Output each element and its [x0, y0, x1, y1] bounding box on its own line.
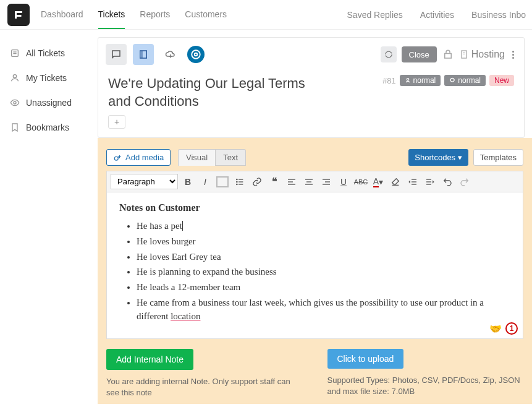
undo-button[interactable]: [440, 174, 455, 189]
note-bullet: He is planning to expand the business: [137, 265, 510, 279]
svg-rect-37: [426, 184, 431, 184]
building-icon: [459, 49, 469, 59]
quote-button[interactable]: ❝: [267, 174, 282, 189]
add-tag-button[interactable]: +: [108, 115, 125, 129]
ticket-title: We're Updating Our Legal Terms and Condi…: [108, 75, 312, 110]
svg-point-8: [195, 53, 198, 56]
top-bar: Dashboard Tickets Reports Customers Save…: [0, 0, 532, 30]
svg-rect-23: [288, 179, 295, 179]
ticket-id: #81: [382, 76, 396, 85]
nav-activities[interactable]: Activities: [420, 10, 454, 20]
nav-customers[interactable]: Customers: [185, 1, 227, 29]
hosting-label[interactable]: Hosting: [459, 49, 505, 60]
svg-rect-9: [445, 54, 452, 59]
add-internal-note-button[interactable]: Add Internal Note: [106, 349, 193, 370]
svg-rect-36: [426, 181, 431, 182]
cloud-button[interactable]: [160, 44, 181, 65]
svg-point-15: [407, 79, 408, 80]
sidebar-item-all-tickets[interactable]: All Tickets: [7, 41, 85, 66]
close-button[interactable]: Close: [402, 46, 437, 62]
nav-tickets[interactable]: Tickets: [98, 1, 125, 29]
svg-rect-28: [305, 184, 313, 184]
notes-view-button[interactable]: [133, 44, 154, 65]
ticket-panel: Close Hosting We're Updating Our Legal T…: [98, 37, 525, 138]
svg-rect-5: [140, 51, 147, 58]
app-logo: [7, 4, 30, 26]
color-swatch-button[interactable]: [215, 174, 230, 189]
refresh-button[interactable]: [381, 46, 397, 62]
note-editor-section: Add media Visual Text Shortcodes ▾ Templ…: [98, 138, 532, 404]
eye-icon: [10, 98, 20, 108]
sidebar: All Tickets My Tickets Unassigned Bookma…: [0, 30, 93, 412]
nav-business-inbox[interactable]: Business Inbo: [471, 10, 526, 20]
top-nav: Dashboard Tickets Reports Customers: [41, 1, 227, 29]
svg-rect-22: [239, 184, 243, 184]
sidebar-label: All Tickets: [26, 48, 65, 58]
svg-point-3: [13, 75, 16, 78]
nav-dashboard[interactable]: Dashboard: [41, 1, 83, 29]
note-heading: Notes on Customer: [119, 202, 510, 213]
message-view-button[interactable]: [106, 44, 127, 65]
svg-rect-33: [412, 181, 416, 182]
svg-rect-24: [288, 181, 293, 182]
media-icon: [113, 153, 122, 162]
lock-icon[interactable]: [442, 44, 454, 65]
bullet-list-button[interactable]: [232, 174, 247, 189]
priority-badge[interactable]: normal: [400, 75, 441, 86]
svg-rect-29: [323, 179, 330, 179]
align-right-button[interactable]: [319, 174, 334, 189]
sidebar-label: Unassigned: [26, 98, 72, 108]
nav-reports[interactable]: Reports: [140, 1, 170, 29]
svg-rect-34: [412, 184, 416, 184]
link-button[interactable]: [250, 174, 264, 189]
svg-point-19: [236, 181, 238, 182]
svg-point-16: [114, 157, 118, 160]
svg-rect-31: [323, 184, 330, 184]
upload-button[interactable]: Click to upload: [327, 349, 404, 369]
clear-format-button[interactable]: [388, 174, 403, 189]
redo-button[interactable]: [457, 174, 472, 189]
sidebar-item-my-tickets[interactable]: My Tickets: [7, 66, 85, 90]
format-select[interactable]: Paragraph: [111, 174, 178, 189]
outdent-button[interactable]: [405, 174, 420, 189]
svg-rect-10: [462, 51, 467, 58]
svg-point-17: [236, 178, 238, 180]
align-left-button[interactable]: [284, 174, 299, 189]
note-bullet: He came from a business tour last week, …: [137, 296, 510, 324]
sidebar-item-bookmarks[interactable]: Bookmarks: [7, 115, 85, 140]
nav-saved-replies[interactable]: Saved Replies: [347, 10, 403, 20]
more-menu-button[interactable]: [510, 51, 517, 59]
new-badge[interactable]: New: [489, 75, 514, 86]
italic-button[interactable]: I: [198, 174, 213, 189]
sidebar-item-unassigned[interactable]: Unassigned: [7, 90, 85, 115]
strike-button[interactable]: ABC: [353, 174, 368, 189]
tab-text[interactable]: Text: [216, 149, 246, 166]
svg-point-7: [192, 50, 200, 59]
add-media-button[interactable]: Add media: [106, 149, 171, 166]
text-color-button[interactable]: A ▾: [371, 174, 386, 189]
note-hint: You are adding internal Note. Only suppo…: [106, 376, 303, 398]
sidebar-label: My Tickets: [26, 73, 67, 83]
note-bullet: He loves Earl Grey tea: [137, 251, 510, 264]
note-bullet: He has a pet: [137, 220, 510, 233]
note-bullet: He loves burger: [137, 235, 510, 249]
underline-button[interactable]: U: [336, 174, 351, 189]
align-center-button[interactable]: [302, 174, 316, 189]
editor-content[interactable]: Notes on Customer He has a pet He loves …: [106, 192, 523, 339]
chevron-down-icon: ▾: [458, 153, 462, 162]
svg-rect-30: [325, 181, 330, 182]
svg-rect-18: [239, 179, 243, 179]
bold-button[interactable]: B: [180, 174, 195, 189]
handshake-icon: 🤝: [489, 323, 502, 335]
svg-rect-35: [426, 179, 431, 179]
user-avatar-icon[interactable]: [187, 46, 205, 63]
shortcodes-button[interactable]: Shortcodes ▾: [408, 149, 468, 166]
svg-rect-27: [306, 181, 311, 182]
svg-rect-26: [305, 179, 313, 179]
grammar-count-badge[interactable]: 1: [505, 322, 518, 335]
indent-button[interactable]: [423, 174, 437, 189]
status-badge[interactable]: normal: [444, 75, 486, 86]
templates-button[interactable]: Templates: [473, 149, 523, 166]
user-icon: [10, 73, 20, 83]
tab-visual[interactable]: Visual: [178, 149, 216, 166]
